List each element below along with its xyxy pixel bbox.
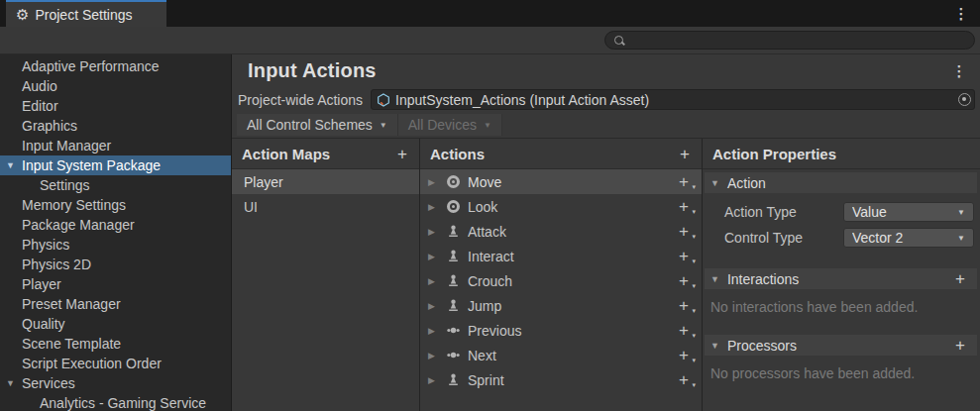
sidebar-item-scene-template[interactable]: Scene Template <box>0 334 231 354</box>
sidebar-item-physics[interactable]: Physics <box>0 235 231 255</box>
foldout-open-icon: ▼ <box>710 178 719 188</box>
add-action-map-button[interactable]: + <box>393 146 411 162</box>
action-row-move[interactable]: ▶ Move +▾ <box>420 169 702 194</box>
search-toolbar <box>0 27 980 54</box>
sidebar-item-physics-2d[interactable]: Physics 2D <box>0 255 231 274</box>
devices-dropdown[interactable]: All Devices ▼ <box>398 114 502 136</box>
action-row-crouch[interactable]: ▶ Crouch +▾ <box>420 268 702 293</box>
object-picker-icon[interactable] <box>958 93 971 106</box>
input-actions-panel: Input Actions ⋮ Project-wide Actions Inp… <box>232 54 980 411</box>
action-row-previous[interactable]: ▶ Previous +▾ <box>420 318 702 343</box>
sidebar-item-input-system-package[interactable]: ▼ Input System Package <box>0 155 231 175</box>
add-binding-button[interactable]: +▾ <box>678 297 696 315</box>
expand-icon[interactable]: ▶ <box>428 202 438 212</box>
project-settings-window: ⚙ Project Settings ⋮ Adaptive Performanc… <box>0 0 980 411</box>
foldout-open-icon: ▼ <box>710 274 719 284</box>
sidebar-item-player[interactable]: Player <box>0 274 231 294</box>
title-tab-bar: ⚙ Project Settings ⋮ <box>0 0 980 27</box>
project-wide-actions-field[interactable]: InputSystem_Actions (Input Action Asset) <box>371 89 975 110</box>
search-box[interactable] <box>604 31 975 50</box>
add-binding-button[interactable]: +▾ <box>678 248 696 265</box>
sidebar-item-preset-manager[interactable]: Preset Manager <box>0 294 231 314</box>
expand-icon[interactable]: ▶ <box>428 301 438 311</box>
sidebar-item-quality[interactable]: Quality <box>0 314 231 334</box>
foldout-open-icon[interactable]: ▼ <box>6 160 15 170</box>
action-row-interact[interactable]: ▶ Interact +▾ <box>420 244 702 268</box>
action-maps-column: Action Maps + Player UI <box>232 139 420 411</box>
control-schemes-dropdown[interactable]: All Control Schemes ▼ <box>237 114 398 136</box>
control-type-label: Control Type <box>724 230 843 246</box>
settings-sidebar: Adaptive Performance Audio Editor Graphi… <box>0 54 232 411</box>
sidebar-item-script-execution-order[interactable]: Script Execution Order <box>0 354 231 373</box>
expand-icon[interactable]: ▶ <box>428 276 438 286</box>
sidebar-item-memory-settings[interactable]: Memory Settings <box>0 195 231 215</box>
sidebar-item-editor[interactable]: Editor <box>0 96 231 116</box>
expand-icon[interactable]: ▶ <box>428 351 438 360</box>
add-binding-button[interactable]: +▾ <box>678 223 696 241</box>
expand-icon[interactable]: ▶ <box>428 326 438 336</box>
panel-menu-icon[interactable]: ⋮ <box>948 63 970 78</box>
action-type-dropdown[interactable]: Value ▼ <box>843 202 974 222</box>
add-binding-button[interactable]: +▾ <box>678 173 696 191</box>
axis-control-icon <box>446 349 460 362</box>
action-maps-header: Action Maps <box>242 146 393 162</box>
expand-icon[interactable]: ▶ <box>428 252 438 261</box>
sidebar-item-analytics[interactable]: Analytics - Gaming Service <box>0 393 231 411</box>
action-row-look[interactable]: ▶ Look +▾ <box>420 194 702 219</box>
dropdown-arrow-icon: ▼ <box>484 121 491 130</box>
button-control-icon <box>446 299 460 313</box>
gear-icon: ⚙ <box>16 7 29 22</box>
action-row-attack[interactable]: ▶ Attack +▾ <box>420 219 702 244</box>
foldout-open-icon: ▼ <box>710 341 719 351</box>
action-properties-header: Action Properties <box>712 146 972 162</box>
axis-control-icon <box>446 324 460 338</box>
button-control-icon <box>446 274 460 288</box>
tab-title: Project Settings <box>35 7 132 23</box>
expand-icon[interactable]: ▶ <box>428 177 438 187</box>
sidebar-item-services[interactable]: ▼ Services <box>0 373 231 393</box>
window-menu-icon[interactable]: ⋮ <box>950 2 972 24</box>
add-binding-button[interactable]: +▾ <box>678 371 696 389</box>
project-wide-actions-label: Project-wide Actions <box>238 92 363 108</box>
add-binding-button[interactable]: +▾ <box>678 272 696 290</box>
dropdown-arrow-icon: ▼ <box>957 234 965 243</box>
input-action-asset-icon <box>377 93 390 107</box>
add-binding-button[interactable]: +▾ <box>678 322 696 340</box>
search-input[interactable] <box>630 33 966 48</box>
expand-icon[interactable]: ▶ <box>428 375 438 385</box>
action-section-foldout[interactable]: ▼ Action <box>705 172 977 193</box>
action-row-jump[interactable]: ▶ Jump +▾ <box>420 293 702 318</box>
add-interaction-button[interactable]: + <box>951 270 969 287</box>
action-row-next[interactable]: ▶ Next +▾ <box>420 343 702 367</box>
add-binding-button[interactable]: +▾ <box>678 347 696 364</box>
foldout-open-icon[interactable]: ▼ <box>6 378 15 388</box>
sidebar-item-input-manager[interactable]: Input Manager <box>0 136 231 155</box>
tab-project-settings[interactable]: ⚙ Project Settings <box>6 0 166 27</box>
interactions-section-foldout[interactable]: ▼ Interactions + <box>705 268 977 289</box>
action-type-label: Action Type <box>724 204 843 220</box>
action-map-row-ui[interactable]: UI <box>232 194 419 219</box>
dropdown-arrow-icon: ▼ <box>380 121 387 130</box>
add-processor-button[interactable]: + <box>951 337 969 354</box>
vector2-control-icon <box>446 175 460 189</box>
page-title: Input Actions <box>248 59 377 82</box>
control-type-dropdown[interactable]: Vector 2 ▼ <box>843 228 974 248</box>
button-control-icon <box>446 250 460 263</box>
vector2-control-icon <box>446 200 460 214</box>
sidebar-item-audio[interactable]: Audio <box>0 76 231 96</box>
sidebar-item-settings[interactable]: Settings <box>0 175 231 195</box>
button-control-icon <box>446 225 460 239</box>
sidebar-item-graphics[interactable]: Graphics <box>0 116 231 136</box>
expand-icon[interactable]: ▶ <box>428 227 438 237</box>
dropdown-arrow-icon: ▼ <box>957 208 965 217</box>
processors-empty-message: No processors have been added. <box>710 365 980 381</box>
action-row-sprint[interactable]: ▶ Sprint +▾ <box>420 367 702 392</box>
sidebar-item-package-manager[interactable]: Package Manager <box>0 215 231 235</box>
action-map-row-player[interactable]: Player <box>232 169 419 194</box>
interactions-empty-message: No interactions have been added. <box>710 299 980 315</box>
button-control-icon <box>446 373 460 387</box>
add-binding-button[interactable]: +▾ <box>678 198 696 216</box>
sidebar-item-adaptive-performance[interactable]: Adaptive Performance <box>0 56 231 76</box>
add-action-button[interactable]: + <box>676 146 694 162</box>
processors-section-foldout[interactable]: ▼ Processors + <box>705 335 977 356</box>
